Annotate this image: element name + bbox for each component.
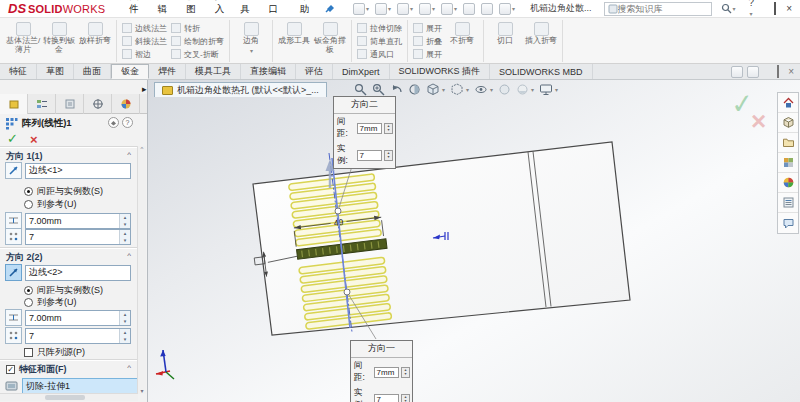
callout-top-spacing-input[interactable]: 7mm	[357, 123, 383, 134]
cancel-button[interactable]: ×	[30, 132, 38, 147]
callout-bottom-spacing-spinner[interactable]: ▴▾	[401, 367, 410, 378]
callout-top-spacing-spinner[interactable]: ▴▾	[384, 123, 393, 134]
select-icon[interactable]: ▾	[438, 2, 460, 16]
apply-scene-icon[interactable]: ▾	[516, 83, 534, 96]
direction1-spacing-input[interactable]: 7.00mm ▴▾	[25, 213, 131, 229]
direction1-arrow-icon[interactable]	[5, 162, 22, 179]
close-button[interactable]: ×	[786, 4, 792, 14]
callout-top-instances-input[interactable]: 7	[357, 150, 383, 161]
direction2-spacing-spinner[interactable]: ▴▾	[119, 311, 130, 325]
pattern-seed-only-checkbox[interactable]: 只阵列源(P)	[24, 346, 85, 359]
undo-icon[interactable]: ▾	[416, 2, 438, 16]
sketched-bend-button[interactable]: 绘制的折弯	[171, 35, 224, 47]
appearances-icon[interactable]	[778, 153, 798, 173]
direction1-count-input[interactable]: 7 ▴▾	[25, 229, 131, 245]
tab-weldments[interactable]: 焊件	[149, 64, 186, 79]
direction2-spacing-input[interactable]: 7.00mm ▴▾	[25, 310, 131, 326]
miter-flange-button[interactable]: 斜接法兰	[122, 35, 167, 47]
vent-button[interactable]: 通风口	[357, 48, 402, 60]
scene-color-wheel-icon[interactable]	[778, 173, 798, 193]
panel-horizontal-scrollbar[interactable]	[0, 393, 138, 401]
tab-surfaces[interactable]: 曲面	[74, 64, 111, 79]
confirmation-cancel-icon[interactable]: ×	[751, 106, 766, 137]
scroll-down-icon[interactable]: ▾	[140, 387, 143, 394]
direction1-count-spinner[interactable]: ▴▾	[119, 230, 130, 244]
lofted-bend-button[interactable]: 放样折弯	[77, 21, 113, 46]
insert-bends-button[interactable]: 插入折弯	[523, 21, 559, 46]
keep-visible-pin-icon[interactable]	[108, 117, 119, 128]
scroll-up-icon[interactable]: ^	[141, 146, 144, 152]
features-checkbox[interactable]: ✓	[6, 365, 15, 374]
direction1-edge-field[interactable]: 边线<1>	[25, 163, 131, 179]
display-style-icon[interactable]: ▾	[450, 83, 469, 96]
tab-dimxpert[interactable]: DimXpert	[333, 64, 390, 79]
direction2-collapse-icon[interactable]: ^	[127, 251, 131, 260]
tab-dimxpertmanager-icon[interactable]	[112, 94, 140, 114]
callout-bottom-instances-spinner[interactable]: ▴▾	[401, 394, 410, 402]
save-icon[interactable]: ▾	[372, 2, 394, 16]
tab-mold-tools[interactable]: 模具工具	[186, 64, 241, 79]
flatten-button[interactable]: 展开	[413, 48, 442, 60]
panel-vertical-scrollbar[interactable]: ^ ▾	[137, 146, 146, 394]
corner-button[interactable]: 边角▾	[233, 21, 269, 55]
tab-part-icon[interactable]	[0, 94, 28, 114]
callout-bottom-spacing-input[interactable]: 7mm	[374, 367, 400, 378]
doc-close-button[interactable]: ×	[788, 67, 794, 77]
table-icon[interactable]	[478, 2, 496, 16]
callout-bottom-instances-input[interactable]: 7	[374, 394, 400, 402]
tab-direct-editing[interactable]: 直接编辑	[241, 64, 296, 79]
simple-hole-button[interactable]: 简单直孔	[357, 35, 402, 47]
direction2-up-to-reference-radio[interactable]: 到参考(U)	[24, 296, 77, 309]
custom-properties-icon[interactable]	[778, 193, 798, 213]
direction1-collapse-icon[interactable]: ^	[127, 150, 131, 159]
tab-sheet-metal[interactable]: 钣金	[111, 64, 149, 79]
base-flange-button[interactable]: 基体法兰/薄片	[5, 21, 41, 54]
section-view-icon[interactable]	[408, 83, 421, 96]
callout-direction-two[interactable]: 方向二 间距: 7mm ▴▾ 实例: 7 ▴▾	[333, 96, 396, 169]
edit-appearance-icon[interactable]	[498, 83, 511, 96]
forming-tool-button[interactable]: 成形工具	[276, 21, 312, 46]
attachment-icon[interactable]	[460, 2, 478, 16]
forum-comment-icon[interactable]	[778, 213, 798, 233]
hem-button[interactable]: 褶边	[122, 48, 167, 60]
restore-button[interactable]	[774, 4, 776, 14]
tab-propertymanager-icon[interactable]	[56, 94, 84, 114]
design-library-icon[interactable]	[778, 113, 798, 133]
features-collapse-icon[interactable]: ^	[127, 363, 131, 372]
tab-sketch[interactable]: 草图	[37, 64, 74, 79]
unfold-button[interactable]: 展开	[413, 22, 442, 34]
help-icon[interactable]: ?	[122, 117, 133, 128]
feature-item-cut-extrude[interactable]: 切除-拉伸1	[22, 378, 140, 394]
home-icon[interactable]	[778, 93, 798, 113]
tab-evaluate[interactable]: 评估	[296, 64, 333, 79]
hide-show-items-icon[interactable]: ▾	[474, 83, 493, 96]
tab-sw-mbd[interactable]: SOLIDWORKS MBD	[490, 64, 593, 79]
zoom-to-fit-icon[interactable]	[354, 83, 367, 96]
search-icon[interactable]: ▾	[718, 2, 739, 15]
flyout-tree-arrow[interactable]: ▸	[142, 84, 147, 94]
tab-configuration-icon[interactable]	[84, 94, 112, 114]
convert-to-sheetmetal-button[interactable]: 转换到钣金	[41, 21, 77, 54]
sheetmetal-gusset-button[interactable]: 钣金角撑板	[312, 21, 348, 54]
new-file-icon[interactable]: ▾	[350, 2, 372, 16]
tab-features[interactable]: 特征	[0, 64, 37, 79]
pin-menu-icon[interactable]	[325, 2, 336, 15]
callout-direction-one[interactable]: 方向一 间距: 7mm ▴▾ 实例: 7 ▴▾	[350, 340, 413, 402]
rip-button[interactable]: 切口	[487, 21, 523, 46]
features-faces-header[interactable]: ✓特征和面(F)	[6, 363, 67, 376]
fold-button[interactable]: 折叠	[413, 35, 442, 47]
file-explorer-folder-icon[interactable]	[778, 133, 798, 153]
callout-top-instances-spinner[interactable]: ▴▾	[384, 150, 393, 161]
options-gear-icon[interactable]: ▾	[496, 2, 518, 16]
direction2-count-input[interactable]: 7 ▴▾	[25, 328, 131, 344]
direction1-spacing-instances-radio[interactable]: 间距与实例数(S)	[24, 185, 103, 198]
doc-panel-icon[interactable]	[731, 66, 743, 78]
knowledge-search-box[interactable]	[604, 2, 712, 16]
previous-view-icon[interactable]	[390, 83, 403, 96]
document-tab[interactable]: 机箱边角处散热孔 (默认<<默认>_...	[154, 82, 327, 97]
doc-restore-button[interactable]	[777, 67, 779, 77]
view-orientation-cube-icon[interactable]: ▾	[426, 83, 445, 96]
direction1-up-to-reference-radio[interactable]: 到参考(U)	[24, 198, 77, 211]
no-bends-button[interactable]: 不折弯	[444, 21, 480, 46]
zoom-to-area-icon[interactable]	[372, 83, 385, 96]
